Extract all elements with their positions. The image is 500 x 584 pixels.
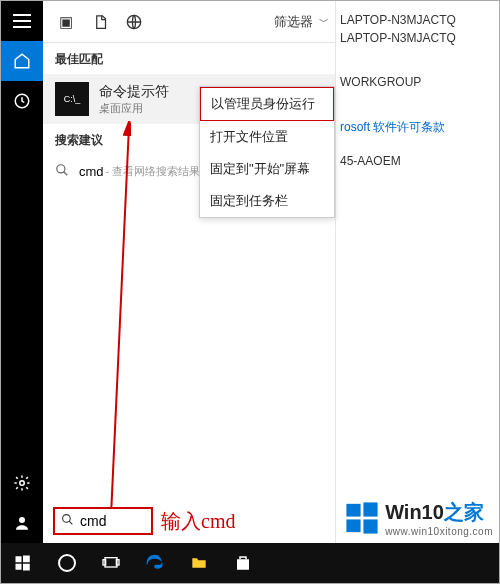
documents-icon[interactable] (83, 5, 117, 39)
ctx-run-as-admin[interactable]: 以管理员身份运行 (200, 87, 334, 121)
taskview-button[interactable] (89, 543, 133, 583)
ctx-pin-taskbar[interactable]: 固定到任务栏 (200, 185, 334, 217)
gear-icon[interactable] (1, 463, 43, 503)
annotation-text: 输入cmd (161, 508, 235, 535)
svg-rect-14 (23, 564, 30, 571)
bg-line4: 45-AAOEM (340, 154, 495, 168)
start-rail (1, 1, 43, 543)
search-value: cmd (80, 513, 106, 529)
svg-rect-8 (364, 502, 378, 516)
cmd-thumbnail: C:\_ (55, 82, 89, 116)
svg-rect-11 (16, 556, 22, 562)
svg-rect-9 (347, 519, 361, 532)
search-input[interactable]: cmd (53, 507, 153, 535)
ctx-pin-start[interactable]: 固定到"开始"屏幕 (200, 153, 334, 185)
apps-icon[interactable]: ▣ (49, 5, 83, 39)
people-icon[interactable] (1, 503, 43, 543)
ctx-open-location[interactable]: 打开文件位置 (200, 121, 334, 153)
bg-line3: WORKGROUP (340, 75, 495, 89)
svg-rect-7 (347, 504, 361, 517)
svg-point-4 (57, 165, 65, 173)
web-icon[interactable] (117, 5, 151, 39)
filter-label: 筛选器 (274, 13, 313, 31)
svg-rect-16 (103, 560, 106, 565)
search-icon (61, 513, 74, 529)
taskbar (1, 543, 499, 583)
search-icon (55, 163, 69, 180)
best-match-label: 最佳匹配 (43, 43, 335, 74)
cortana-button[interactable] (45, 554, 89, 572)
svg-rect-10 (364, 519, 378, 533)
home-button[interactable] (1, 41, 43, 81)
search-panel: ▣ 筛选器 ﹀ 最佳匹配 C:\_ 命令提示符 桌面应用 搜索建议 (43, 1, 336, 543)
suggestion-query: cmd (79, 164, 104, 179)
filter-dropdown[interactable]: 筛选器 ﹀ (274, 13, 329, 31)
explorer-button[interactable] (177, 543, 221, 583)
chevron-down-icon: ﹀ (319, 15, 329, 29)
svg-rect-17 (116, 560, 119, 565)
bg-line1: LAPTOP-N3MJACTQ (340, 13, 495, 27)
menu-button[interactable] (1, 1, 43, 41)
svg-point-6 (63, 515, 71, 523)
bg-line2: LAPTOP-N3MJACTQ (340, 31, 495, 45)
result-title: 命令提示符 (99, 83, 169, 101)
svg-point-2 (19, 517, 25, 523)
context-menu: 以管理员身份运行 打开文件位置 固定到"开始"屏幕 固定到任务栏 (199, 86, 335, 218)
store-button[interactable] (221, 543, 265, 583)
watermark: Win10之家 www.win10xitong.com (345, 499, 493, 537)
svg-point-1 (20, 481, 25, 486)
suggestion-hint: - 查看网络搜索结果 (106, 164, 201, 179)
start-button[interactable] (1, 543, 45, 583)
panel-toolbar: ▣ 筛选器 ﹀ (43, 1, 335, 43)
svg-rect-15 (105, 558, 117, 567)
svg-rect-13 (16, 564, 22, 570)
edge-button[interactable] (133, 543, 177, 583)
result-subtitle: 桌面应用 (99, 101, 169, 116)
clock-button[interactable] (1, 81, 43, 121)
svg-rect-12 (23, 556, 30, 563)
background-properties: LAPTOP-N3MJACTQ LAPTOP-N3MJACTQ WORKGROU… (336, 1, 499, 543)
windows-logo-icon (345, 501, 379, 535)
bg-license-link[interactable]: rosoft 软件许可条款 (340, 119, 495, 136)
